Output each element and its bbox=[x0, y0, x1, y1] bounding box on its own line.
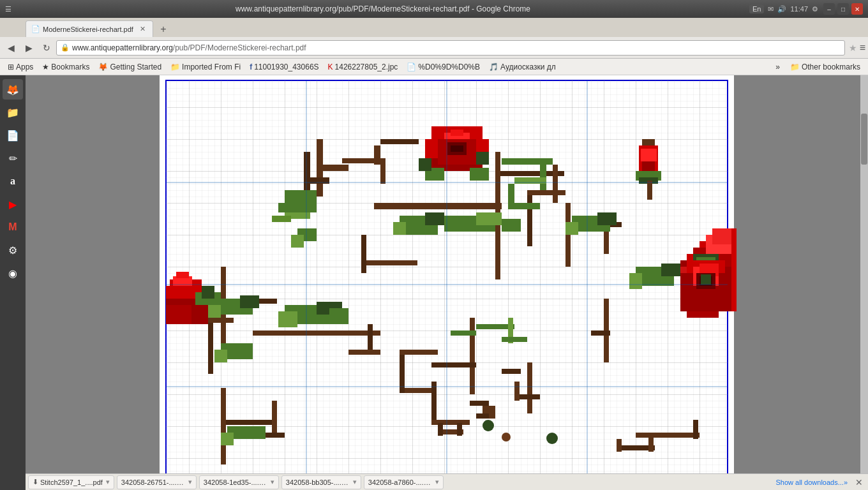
sidebar-icon-gmail[interactable]: M bbox=[3, 217, 23, 237]
svg-rect-10 bbox=[278, 203, 317, 212]
svg-rect-42 bbox=[361, 235, 366, 273]
lock-icon: 🔒 bbox=[61, 43, 70, 52]
show-all-label: Show all downloads... bbox=[775, 479, 843, 486]
sidebar-icon-amazon[interactable]: a bbox=[3, 171, 23, 191]
bookmark-img2-label: 1426227805_2.jpc bbox=[335, 63, 398, 71]
bookmark-fb1-label: 11001930_43066S bbox=[254, 63, 318, 71]
bookmark-doc[interactable]: 📄 %D0%9D%D0%B bbox=[403, 61, 484, 73]
sidebar-icon-firefox[interactable]: 🦊 bbox=[3, 79, 23, 100]
download-chevron-3[interactable]: ▾ bbox=[353, 478, 357, 486]
system-icons: ☰ bbox=[5, 5, 11, 13]
tab-close-button[interactable]: ✕ bbox=[137, 24, 147, 34]
download-name-0: Stitch2597_1_....pdf bbox=[40, 479, 103, 486]
download-item-0[interactable]: ⬇ Stitch2597_1_....pdf ▾ bbox=[28, 475, 114, 489]
address-bar[interactable]: 🔒 www.antiquepatternlibrary.org /pub/PDF… bbox=[56, 40, 845, 56]
svg-rect-49 bbox=[502, 219, 521, 232]
svg-rect-34 bbox=[527, 190, 565, 195]
bookmark-bookmarks-label: Bookmarks bbox=[51, 63, 89, 71]
svg-rect-130 bbox=[597, 212, 617, 225]
download-chevron-1[interactable]: ▾ bbox=[188, 478, 192, 486]
scrollbar[interactable] bbox=[860, 75, 868, 473]
bookmark-imported[interactable]: 📁 Imported From Fi bbox=[167, 61, 244, 73]
download-chevron-2[interactable]: ▾ bbox=[271, 478, 274, 486]
download-chevron-4[interactable]: ▾ bbox=[435, 478, 439, 486]
svg-rect-111 bbox=[214, 350, 227, 362]
downloads-bar-close-button[interactable]: ✕ bbox=[853, 476, 865, 489]
audio-icon: 🎵 bbox=[489, 63, 498, 71]
downloads-bar: ⬇ Stitch2597_1_....pdf ▾ 342058-26751-..… bbox=[26, 473, 868, 490]
svg-rect-70 bbox=[731, 248, 737, 311]
window-title: www.antiquepatternlibrary.org/pub/PDF/Mo… bbox=[17, 4, 749, 13]
sidebar-icon-youtube[interactable]: ▶ bbox=[3, 194, 23, 214]
svg-rect-24 bbox=[451, 130, 463, 136]
bookmark-bookmarks[interactable]: ★ Bookmarks bbox=[38, 61, 93, 73]
svg-rect-85 bbox=[431, 420, 470, 425]
svg-rect-129 bbox=[565, 222, 578, 235]
menu-icon: ☰ bbox=[5, 5, 11, 13]
svg-rect-40 bbox=[514, 203, 540, 209]
svg-rect-136 bbox=[636, 433, 700, 438]
svg-rect-140 bbox=[648, 433, 654, 452]
svg-rect-120 bbox=[226, 420, 277, 425]
bookmark-audio-label: Аудиосказки дл bbox=[500, 63, 556, 71]
sidebar-icon-settings[interactable]: ⚙ bbox=[3, 240, 23, 260]
svg-rect-78 bbox=[647, 181, 652, 200]
svg-rect-16 bbox=[374, 145, 380, 165]
bookmark-fb1[interactable]: f 11001930_43066S bbox=[246, 61, 322, 73]
scroll-thumb[interactable] bbox=[861, 114, 867, 165]
mail-icon: ✉ bbox=[768, 5, 774, 13]
minimize-button[interactable]: – bbox=[823, 3, 835, 15]
maximize-button[interactable]: □ bbox=[837, 3, 849, 15]
other-bookmarks-button[interactable]: 📁 Other bookmarks bbox=[786, 61, 864, 73]
sidebar-icon-document[interactable]: 📄 bbox=[3, 125, 23, 145]
reload-button[interactable]: ↻ bbox=[38, 40, 55, 56]
pdf-viewer[interactable] bbox=[26, 75, 868, 473]
svg-rect-12 bbox=[272, 216, 291, 222]
svg-rect-17 bbox=[380, 139, 419, 144]
sidebar-icon-files[interactable]: 📁 bbox=[3, 102, 23, 122]
download-item-4[interactable]: 342058-a7860-....jpg ▾ bbox=[364, 475, 444, 489]
svg-rect-48 bbox=[476, 212, 502, 225]
bookmark-apps[interactable]: ⊞ Apps bbox=[4, 61, 37, 73]
more-bookmarks-button[interactable]: » bbox=[772, 61, 784, 73]
svg-rect-118 bbox=[329, 308, 348, 324]
new-tab-button[interactable]: + bbox=[156, 22, 171, 37]
cross-stitch-svg bbox=[157, 75, 737, 473]
clock: 11:47 bbox=[790, 5, 808, 13]
tab-pdf[interactable]: 📄 ModerneStickerei-rechart.pdf ✕ bbox=[26, 20, 153, 37]
svg-rect-88 bbox=[476, 413, 489, 419]
svg-rect-101 bbox=[546, 433, 558, 444]
show-all-downloads-button[interactable]: Show all downloads... » bbox=[773, 477, 850, 487]
bookmark-img2[interactable]: K 1426227805_2.jpc bbox=[324, 61, 402, 73]
svg-rect-105 bbox=[208, 318, 234, 323]
download-chevron-0[interactable]: ▾ bbox=[106, 478, 110, 486]
back-button[interactable]: ◀ bbox=[3, 40, 19, 56]
svg-rect-116 bbox=[278, 311, 297, 327]
download-item-1[interactable]: 342058-26751-....jpg ▾ bbox=[117, 475, 197, 489]
firefox-bm-icon: 🦊 bbox=[98, 63, 108, 71]
bookmark-getting-started[interactable]: 🦊 Getting Started bbox=[94, 61, 165, 73]
svg-rect-18 bbox=[380, 158, 385, 184]
svg-rect-45 bbox=[393, 222, 406, 235]
sidebar-icon-edit[interactable]: ✏ bbox=[3, 148, 23, 168]
svg-rect-72 bbox=[642, 139, 655, 145]
window-controls[interactable]: – □ ✕ bbox=[823, 3, 863, 15]
download-item-3[interactable]: 342058-bb305-....jpg ▾ bbox=[281, 475, 361, 489]
svg-rect-53 bbox=[166, 305, 191, 324]
bookmark-star-button[interactable]: ★ bbox=[849, 43, 857, 53]
svg-rect-106 bbox=[208, 323, 213, 374]
download-item-2[interactable]: 342058-1ed35-....jpg ▾ bbox=[199, 475, 279, 489]
close-button[interactable]: ✕ bbox=[851, 3, 863, 15]
fb-icon: f bbox=[250, 63, 252, 71]
bookmarks-bar: ⊞ Apps ★ Bookmarks 🦊 Getting Started 📁 I… bbox=[0, 59, 868, 75]
svg-rect-28 bbox=[476, 152, 489, 165]
svg-rect-113 bbox=[368, 324, 373, 350]
bookmark-audio[interactable]: 🎵 Аудиосказки дл bbox=[485, 61, 560, 73]
svg-rect-46 bbox=[425, 212, 444, 225]
svg-rect-39 bbox=[508, 184, 514, 209]
forward-button[interactable]: ▶ bbox=[20, 40, 37, 56]
chrome-menu-button[interactable]: ≡ bbox=[860, 42, 865, 54]
show-all-arrow: » bbox=[844, 479, 848, 486]
titlebar: ☰ www.antiquepatternlibrary.org/pub/PDF/… bbox=[0, 0, 868, 18]
sidebar-icon-chrome[interactable]: ◉ bbox=[3, 263, 23, 283]
